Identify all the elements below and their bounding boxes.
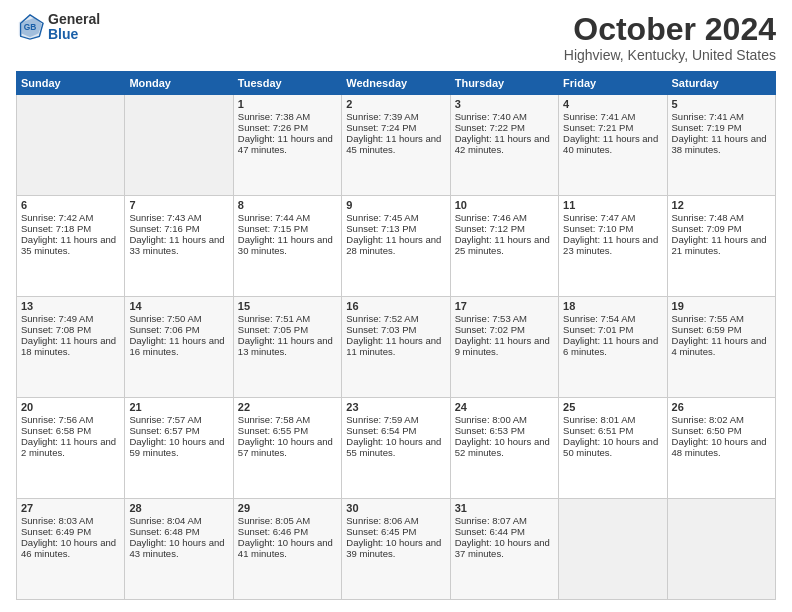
day-info: Sunset: 7:05 PM bbox=[238, 324, 337, 335]
calendar-table: Sunday Monday Tuesday Wednesday Thursday… bbox=[16, 71, 776, 600]
calendar-cell: 10Sunrise: 7:46 AMSunset: 7:12 PMDayligh… bbox=[450, 196, 558, 297]
day-number: 8 bbox=[238, 199, 337, 211]
day-number: 20 bbox=[21, 401, 120, 413]
calendar-cell: 27Sunrise: 8:03 AMSunset: 6:49 PMDayligh… bbox=[17, 499, 125, 600]
logo: GB General Blue bbox=[16, 12, 100, 43]
calendar-cell: 6Sunrise: 7:42 AMSunset: 7:18 PMDaylight… bbox=[17, 196, 125, 297]
day-info: Daylight: 11 hours and 18 minutes. bbox=[21, 335, 120, 357]
day-number: 18 bbox=[563, 300, 662, 312]
col-saturday: Saturday bbox=[667, 72, 775, 95]
calendar-cell: 14Sunrise: 7:50 AMSunset: 7:06 PMDayligh… bbox=[125, 297, 233, 398]
day-info: Sunset: 7:26 PM bbox=[238, 122, 337, 133]
calendar-cell: 24Sunrise: 8:00 AMSunset: 6:53 PMDayligh… bbox=[450, 398, 558, 499]
col-thursday: Thursday bbox=[450, 72, 558, 95]
day-number: 23 bbox=[346, 401, 445, 413]
month-title: October 2024 bbox=[564, 12, 776, 47]
day-info: Sunrise: 7:41 AM bbox=[672, 111, 771, 122]
day-info: Sunset: 7:15 PM bbox=[238, 223, 337, 234]
calendar-cell: 1Sunrise: 7:38 AMSunset: 7:26 PMDaylight… bbox=[233, 95, 341, 196]
day-number: 30 bbox=[346, 502, 445, 514]
day-info: Sunrise: 7:44 AM bbox=[238, 212, 337, 223]
calendar-cell: 29Sunrise: 8:05 AMSunset: 6:46 PMDayligh… bbox=[233, 499, 341, 600]
day-info: Sunrise: 7:38 AM bbox=[238, 111, 337, 122]
day-info: Sunset: 6:46 PM bbox=[238, 526, 337, 537]
title-block: October 2024 Highview, Kentucky, United … bbox=[564, 12, 776, 63]
calendar-cell bbox=[125, 95, 233, 196]
calendar-cell: 22Sunrise: 7:58 AMSunset: 6:55 PMDayligh… bbox=[233, 398, 341, 499]
svg-text:GB: GB bbox=[24, 22, 37, 32]
day-info: Sunrise: 7:41 AM bbox=[563, 111, 662, 122]
day-info: Sunrise: 7:48 AM bbox=[672, 212, 771, 223]
col-tuesday: Tuesday bbox=[233, 72, 341, 95]
day-info: Sunset: 7:12 PM bbox=[455, 223, 554, 234]
day-number: 14 bbox=[129, 300, 228, 312]
calendar-cell: 9Sunrise: 7:45 AMSunset: 7:13 PMDaylight… bbox=[342, 196, 450, 297]
day-info: Sunset: 6:49 PM bbox=[21, 526, 120, 537]
day-info: Sunset: 7:18 PM bbox=[21, 223, 120, 234]
day-number: 15 bbox=[238, 300, 337, 312]
calendar-cell: 3Sunrise: 7:40 AMSunset: 7:22 PMDaylight… bbox=[450, 95, 558, 196]
day-info: Sunset: 6:55 PM bbox=[238, 425, 337, 436]
day-info: Daylight: 11 hours and 45 minutes. bbox=[346, 133, 445, 155]
day-info: Daylight: 10 hours and 57 minutes. bbox=[238, 436, 337, 458]
day-number: 7 bbox=[129, 199, 228, 211]
calendar-cell: 2Sunrise: 7:39 AMSunset: 7:24 PMDaylight… bbox=[342, 95, 450, 196]
day-info: Daylight: 10 hours and 48 minutes. bbox=[672, 436, 771, 458]
calendar-cell: 23Sunrise: 7:59 AMSunset: 6:54 PMDayligh… bbox=[342, 398, 450, 499]
day-number: 26 bbox=[672, 401, 771, 413]
day-info: Sunset: 7:09 PM bbox=[672, 223, 771, 234]
calendar-week-2: 6Sunrise: 7:42 AMSunset: 7:18 PMDaylight… bbox=[17, 196, 776, 297]
day-info: Daylight: 11 hours and 28 minutes. bbox=[346, 234, 445, 256]
calendar-cell: 31Sunrise: 8:07 AMSunset: 6:44 PMDayligh… bbox=[450, 499, 558, 600]
day-info: Sunrise: 7:53 AM bbox=[455, 313, 554, 324]
day-info: Daylight: 11 hours and 16 minutes. bbox=[129, 335, 228, 357]
day-number: 11 bbox=[563, 199, 662, 211]
day-number: 3 bbox=[455, 98, 554, 110]
day-number: 1 bbox=[238, 98, 337, 110]
day-info: Sunrise: 7:47 AM bbox=[563, 212, 662, 223]
day-info: Daylight: 11 hours and 9 minutes. bbox=[455, 335, 554, 357]
calendar-cell: 18Sunrise: 7:54 AMSunset: 7:01 PMDayligh… bbox=[559, 297, 667, 398]
day-info: Daylight: 11 hours and 33 minutes. bbox=[129, 234, 228, 256]
day-info: Daylight: 11 hours and 38 minutes. bbox=[672, 133, 771, 155]
day-info: Sunrise: 7:57 AM bbox=[129, 414, 228, 425]
day-info: Sunrise: 8:03 AM bbox=[21, 515, 120, 526]
col-friday: Friday bbox=[559, 72, 667, 95]
day-info: Daylight: 11 hours and 42 minutes. bbox=[455, 133, 554, 155]
day-number: 16 bbox=[346, 300, 445, 312]
day-info: Daylight: 10 hours and 46 minutes. bbox=[21, 537, 120, 559]
day-info: Daylight: 10 hours and 37 minutes. bbox=[455, 537, 554, 559]
day-info: Sunrise: 8:02 AM bbox=[672, 414, 771, 425]
day-info: Sunset: 7:22 PM bbox=[455, 122, 554, 133]
day-info: Daylight: 10 hours and 50 minutes. bbox=[563, 436, 662, 458]
day-info: Sunrise: 8:06 AM bbox=[346, 515, 445, 526]
day-info: Sunset: 6:53 PM bbox=[455, 425, 554, 436]
calendar-cell: 20Sunrise: 7:56 AMSunset: 6:58 PMDayligh… bbox=[17, 398, 125, 499]
day-info: Daylight: 11 hours and 35 minutes. bbox=[21, 234, 120, 256]
day-info: Daylight: 10 hours and 41 minutes. bbox=[238, 537, 337, 559]
day-number: 9 bbox=[346, 199, 445, 211]
day-info: Daylight: 10 hours and 43 minutes. bbox=[129, 537, 228, 559]
day-info: Daylight: 10 hours and 39 minutes. bbox=[346, 537, 445, 559]
day-number: 12 bbox=[672, 199, 771, 211]
calendar-cell: 26Sunrise: 8:02 AMSunset: 6:50 PMDayligh… bbox=[667, 398, 775, 499]
col-wednesday: Wednesday bbox=[342, 72, 450, 95]
day-info: Sunset: 7:21 PM bbox=[563, 122, 662, 133]
calendar-cell: 13Sunrise: 7:49 AMSunset: 7:08 PMDayligh… bbox=[17, 297, 125, 398]
calendar-week-3: 13Sunrise: 7:49 AMSunset: 7:08 PMDayligh… bbox=[17, 297, 776, 398]
day-info: Sunset: 6:51 PM bbox=[563, 425, 662, 436]
day-number: 29 bbox=[238, 502, 337, 514]
day-info: Sunrise: 8:01 AM bbox=[563, 414, 662, 425]
header: GB General Blue October 2024 Highview, K… bbox=[16, 12, 776, 63]
day-number: 5 bbox=[672, 98, 771, 110]
day-info: Sunset: 6:57 PM bbox=[129, 425, 228, 436]
day-info: Sunrise: 7:46 AM bbox=[455, 212, 554, 223]
day-number: 6 bbox=[21, 199, 120, 211]
day-info: Sunrise: 7:55 AM bbox=[672, 313, 771, 324]
day-info: Sunrise: 7:54 AM bbox=[563, 313, 662, 324]
calendar-cell: 30Sunrise: 8:06 AMSunset: 6:45 PMDayligh… bbox=[342, 499, 450, 600]
calendar-cell bbox=[559, 499, 667, 600]
calendar-cell: 4Sunrise: 7:41 AMSunset: 7:21 PMDaylight… bbox=[559, 95, 667, 196]
day-number: 10 bbox=[455, 199, 554, 211]
calendar-week-4: 20Sunrise: 7:56 AMSunset: 6:58 PMDayligh… bbox=[17, 398, 776, 499]
